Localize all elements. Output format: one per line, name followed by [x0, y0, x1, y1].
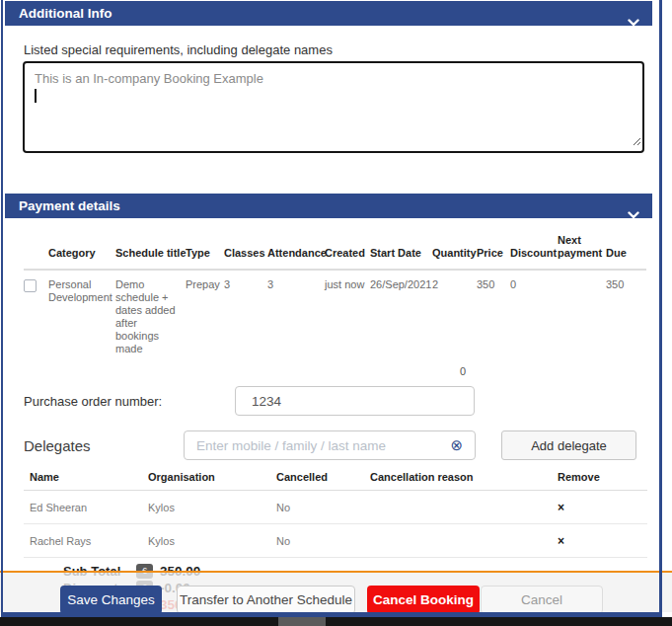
payment-table-row: Personal Development Demo schedule + dat… — [24, 270, 646, 363]
delegate-name: Rachel Rays — [24, 524, 148, 558]
delegate-name: Ed Sheeran — [24, 491, 148, 524]
delegate-row: Rachel Rays Kylos No × — [24, 524, 647, 558]
modal-border-right — [659, 0, 662, 617]
footer-action-bar: Save Changes Transfer to Another Schedul… — [0, 571, 672, 612]
start-date-column-header: Start Date — [370, 230, 432, 270]
requirements-label: Listed special requirements, including d… — [24, 42, 652, 57]
delegate-cancelled: No — [276, 524, 370, 558]
payment-row-checkbox[interactable] — [24, 279, 37, 292]
additional-info-title: Additional Info — [19, 6, 112, 21]
delegate-search: ⊗ — [184, 430, 476, 460]
booking-modal: Additional Info Listed special requireme… — [5, 0, 652, 613]
cancellation-reason-column-header: Cancellation reason — [370, 465, 558, 491]
horizontal-scrollbar[interactable] — [0, 617, 672, 626]
created-cell: just now — [325, 270, 370, 363]
type-column-header: Type — [186, 230, 224, 270]
schedule-title-column-header: Schedule title — [115, 230, 186, 270]
classes-cell: 3 — [224, 270, 267, 363]
cancel-button[interactable]: Cancel — [481, 586, 603, 614]
remove-delegate-button[interactable]: × — [558, 501, 564, 514]
quantity-cell: 2 — [432, 270, 477, 363]
quantity-column-header: Quantity — [432, 230, 477, 270]
delegate-search-input[interactable] — [184, 430, 476, 460]
cancelled-column-header: Cancelled — [276, 465, 370, 491]
modal-border-left — [1, 0, 3, 617]
add-delegate-button[interactable]: Add delegate — [501, 430, 636, 460]
start-date-cell: 26/Sep/2021 — [370, 270, 432, 363]
delegates-label: Delegates — [24, 437, 184, 454]
delegate-cancellation-reason — [370, 524, 558, 558]
classes-column-header: Classes — [224, 230, 267, 270]
name-column-header: Name — [24, 465, 148, 491]
additional-info-header[interactable]: Additional Info — [5, 1, 652, 26]
delegate-cancelled: No — [276, 491, 370, 524]
delegate-cancellation-reason — [370, 491, 558, 524]
payment-details-title: Payment details — [19, 198, 120, 213]
save-changes-button[interactable]: Save Changes — [60, 586, 162, 614]
purchase-order-label: Purchase order number: — [24, 394, 235, 409]
select-column-header — [24, 230, 48, 270]
resize-handle-icon[interactable] — [633, 132, 641, 150]
purchase-order-input[interactable] — [235, 386, 475, 416]
attendance-cell: 3 — [267, 270, 325, 363]
price-column-header: Price — [477, 230, 510, 270]
text-caret — [35, 89, 37, 103]
type-cell: Prepay — [186, 270, 224, 363]
special-requirements-textarea[interactable]: This is an In-company Booking Example — [23, 61, 644, 153]
textarea-text: This is an In-company Booking Example — [35, 70, 633, 87]
delegate-organisation: Kylos — [148, 524, 276, 558]
created-column-header: Created — [325, 230, 370, 270]
due-cell: 350 — [606, 270, 646, 363]
schedule-title-cell: Demo schedule + dates added after bookin… — [115, 270, 186, 363]
category-cell: Personal Development — [48, 270, 115, 363]
discount-cell: 0 — [510, 270, 558, 363]
payment-table-header-row: Category Schedule title Type Classes Att… — [24, 230, 646, 270]
price-cell: 350 — [477, 270, 510, 363]
delegate-organisation: Kylos — [148, 491, 276, 524]
chevron-down-icon[interactable] — [628, 202, 639, 227]
remove-delegate-button[interactable]: × — [558, 534, 564, 548]
discount-column-header: Discount — [510, 230, 558, 270]
category-column-header: Category — [48, 230, 115, 270]
due-column-header: Due — [606, 230, 646, 270]
chevron-down-icon[interactable] — [628, 10, 639, 35]
next-payment-column-header: Next payment — [558, 230, 606, 270]
clear-search-icon[interactable]: ⊗ — [450, 436, 463, 454]
remove-column-header: Remove — [558, 465, 647, 491]
delegate-row: Ed Sheeran Kylos No × — [24, 491, 647, 524]
payment-details-header[interactable]: Payment details — [5, 194, 652, 218]
scrollbar-thumb[interactable] — [278, 617, 326, 626]
next-payment-cell — [558, 270, 606, 363]
delegates-table-header-row: Name Organisation Cancelled Cancellation… — [24, 465, 647, 491]
organisation-column-header: Organisation — [148, 465, 276, 491]
cancel-booking-button[interactable]: Cancel Booking — [367, 586, 480, 614]
attendance-column-header: Attendance — [267, 230, 325, 270]
transfer-schedule-button[interactable]: Transfer to Another Schedule — [177, 586, 355, 614]
below-table-total: 0 — [460, 365, 652, 377]
delegates-table: Name Organisation Cancelled Cancellation… — [24, 465, 647, 558]
payment-table: Category Schedule title Type Classes Att… — [24, 230, 646, 363]
